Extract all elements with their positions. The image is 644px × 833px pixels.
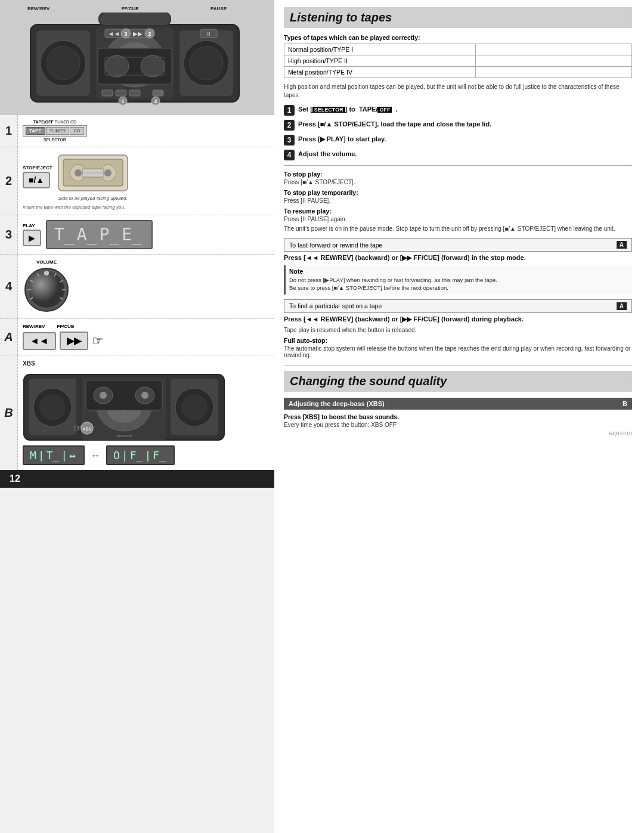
svg-text:Panasonic: Panasonic	[116, 434, 132, 438]
step-3-row: 3 PLAY ▶ T̲A̲P̲E̲	[0, 215, 274, 255]
device-top-svg: ◄◄ ▶▶ II 3 2 1 4 Panasonic	[21, 13, 248, 108]
step2-text: Side to be played facing upward.	[58, 196, 128, 201]
rew-rev-a: REW/REV	[23, 324, 45, 329]
rew-rev-label: REW/REV	[27, 6, 49, 11]
step-a-row: A REW/REV FF/CUE ◄◄ ▶▶ ☞	[0, 319, 274, 355]
svg-point-73	[141, 392, 148, 399]
step-1-text: Set [SELECTOR] to TAPE/OFF .	[298, 104, 398, 114]
svg-point-33	[141, 55, 165, 77]
subsection-header: Adjusting the deep-bass (XBS) B	[284, 398, 632, 410]
svg-point-58	[39, 394, 66, 420]
step-4-row: 4 VOLUME	[0, 255, 274, 319]
to-resume-text: Press [II PAUSE] again.	[284, 216, 632, 222]
pause-label: PAUSE	[210, 6, 227, 11]
svg-text:1: 1	[121, 98, 124, 104]
svg-text:☞: ☞	[73, 423, 82, 433]
note-line-1: Do not press [▶PLAY] when rewinding or f…	[289, 276, 628, 284]
rew-instruction: Press [◄◄ REW/REV] (backward) or [▶▶ FF/…	[284, 254, 632, 262]
divider-2	[284, 366, 632, 366]
right-footer: RQT5210	[284, 431, 632, 436]
selector-label: SELECTOR	[44, 138, 66, 142]
step-1: 1 Set [SELECTOR] to TAPE/OFF .	[284, 104, 632, 116]
bar-a-text: To fast-forward or rewind the tape	[289, 241, 382, 249]
section1-header: Listening to tapes	[284, 7, 632, 28]
step-b-row: B XBS XBS	[0, 355, 274, 470]
to-stop-temp-text: Press [II PAUSE].	[284, 197, 632, 204]
step-3-circle: 3	[284, 135, 295, 145]
table-row: Normal position/TYPE I	[284, 44, 632, 55]
step-2-text: Press [■/▲ STOP/EJECT], load the tape an…	[298, 119, 491, 129]
step-1-label: 1	[0, 115, 18, 147]
tuner-label: TUNER	[55, 120, 69, 124]
step-4: 4 Adjust the volume.	[284, 149, 632, 160]
left-footer: 12	[0, 470, 274, 488]
step-a-label: A	[0, 319, 18, 355]
right-panel: Listening to tapes Types of tapes which …	[274, 0, 644, 833]
to-resume-heading: To resume play:	[284, 208, 632, 215]
step-2: 2 Press [■/▲ STOP/EJECT], load the tape …	[284, 119, 632, 131]
step-1-circle: 1	[284, 105, 295, 116]
step-4-text: Adjust the volume.	[298, 149, 357, 159]
svg-rect-21	[99, 13, 171, 26]
step-1-inner: TAPE/OFF TUNER CD TAPE TUNER CD SELECTOR	[18, 115, 274, 147]
footer-code: RQT5210	[609, 431, 632, 436]
volume-label: VOLUME	[36, 259, 57, 265]
section2-title: Changing the sound quality	[290, 374, 447, 388]
step-2-inner: STOP/EJECT ■/▲ Side to be	[18, 147, 274, 215]
svg-point-6	[190, 47, 223, 80]
type-row-2-col2	[475, 55, 631, 67]
svg-text:◄◄: ◄◄	[108, 30, 120, 37]
table-row: High position/TYPE II	[284, 55, 632, 67]
svg-text:▶▶: ▶▶	[133, 30, 143, 37]
type-row-3-col2	[475, 67, 631, 78]
note-box: Note Do not press [▶PLAY] when rewinding…	[284, 265, 632, 295]
note-line-2: Be sure to press [■/▲ STOP/EJECT] before…	[289, 284, 628, 292]
rew2-instruction: Press [◄◄ REW/REV] (backward) or [▶▶ FF/…	[284, 315, 632, 323]
svg-rect-22	[102, 90, 113, 96]
xbs-label: XBS	[23, 360, 35, 367]
step-b-label: B	[0, 355, 18, 470]
to-stop-text: Press [■/▲ STOP/EJECT].	[284, 179, 632, 185]
type-row-1-col1: Normal position/TYPE I	[284, 44, 476, 55]
step-3-text: Press [▶ PLAY] to start play.	[298, 134, 386, 144]
table-row: Metal position/TYPE IV	[284, 67, 632, 78]
bar-b-text: To find a particular spot on a tape	[289, 302, 382, 309]
svg-point-38	[75, 169, 82, 176]
svg-point-3	[47, 47, 80, 80]
step-2-label: 2	[0, 147, 18, 215]
step-4-circle: 4	[284, 150, 295, 160]
step-4-inner: VOLUME	[18, 255, 274, 318]
ff-cue-label: FF/CUE	[122, 6, 139, 11]
divider-1	[284, 165, 632, 166]
xbs-displays: M|T̲|↔ ↔ O|F̲|F̲	[23, 445, 175, 465]
svg-text:XBS: XBS	[83, 427, 92, 431]
step-3-inner: PLAY ▶ T̲A̲P̲E̲	[18, 215, 274, 254]
svg-rect-24	[129, 90, 140, 96]
full-auto-heading: Full auto-stop:	[284, 337, 632, 344]
step-1-row: 1 TAPE/OFF TUNER CD TAPE TUNER CD SELECT…	[0, 115, 274, 147]
device-b-svg: XBS ☞ Panasonic	[23, 371, 225, 443]
xbs-detail: Every time you press the button: XBS OFF	[284, 422, 632, 428]
svg-point-32	[105, 55, 129, 77]
step-2-row: 2 STOP/EJECT ■/▲	[0, 147, 274, 215]
play-label: PLAY	[23, 223, 35, 228]
ff-cue-a: FF/CUE	[57, 324, 74, 329]
step-4-label: 4	[0, 255, 18, 318]
step-2-circle: 2	[284, 120, 295, 131]
svg-text:2: 2	[148, 31, 151, 37]
step-a-inner: REW/REV FF/CUE ◄◄ ▶▶ ☞	[18, 319, 274, 355]
tape-resume: Tape play is resumed when the button is …	[284, 327, 632, 333]
svg-rect-23	[116, 90, 126, 96]
tape-info-text: High position and metal position tapes c…	[284, 83, 632, 100]
volume-knob-svg	[23, 266, 70, 314]
svg-point-71	[100, 392, 107, 399]
step2-insert: Insert the tape with the exposed tape fa…	[23, 205, 125, 210]
section2-header: Changing the sound quality	[284, 371, 632, 392]
to-stop-temp-heading: To stop play temporarily:	[284, 189, 632, 196]
unit-info-text: The unit's power is on in the pause mode…	[284, 225, 632, 233]
section1-title: Listening to tapes	[290, 11, 392, 24]
step-3: 3 Press [▶ PLAY] to start play.	[284, 134, 632, 145]
cd-label: CD	[70, 120, 76, 124]
tape-svg	[57, 152, 129, 194]
svg-text:4: 4	[154, 98, 157, 104]
